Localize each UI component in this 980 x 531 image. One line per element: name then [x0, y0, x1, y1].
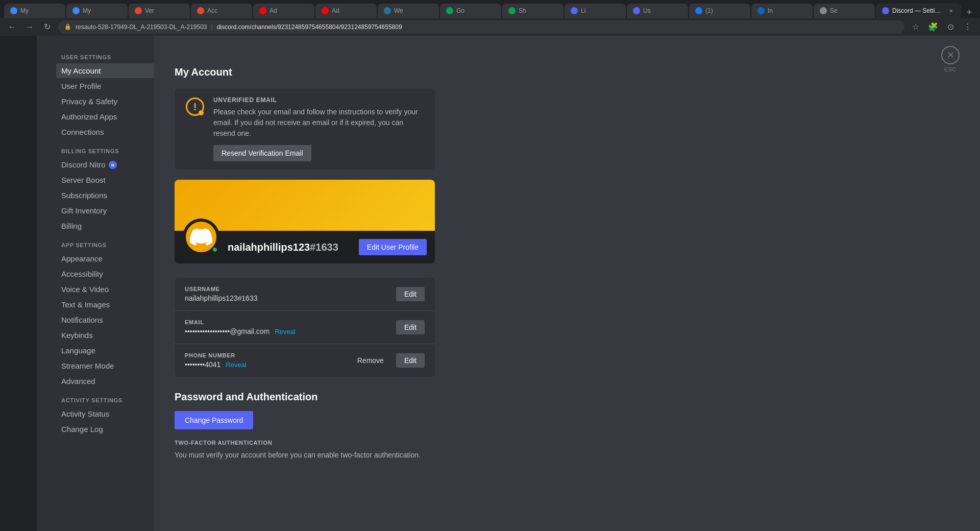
sidebar-item-billing[interactable]: Billing — [56, 219, 154, 233]
banner-description: Please check your email and follow the i… — [213, 107, 425, 139]
banner-title: UNVERIFIED EMAIL — [213, 96, 425, 104]
tab-12[interactable]: (1) — [689, 4, 750, 18]
tab-1[interactable]: My — [4, 4, 65, 18]
tab-9[interactable]: Sh — [502, 4, 564, 18]
email-field-label: EMAIL — [185, 319, 396, 325]
close-label: ESC — [944, 66, 957, 73]
sidebar-item-gift-inventory[interactable]: Gift Inventory — [56, 203, 154, 218]
sidebar-item-authorized-apps[interactable]: Authorized Apps — [56, 109, 154, 124]
close-button[interactable]: ✕ — [941, 46, 960, 64]
phone-edit-button[interactable]: Edit — [396, 353, 425, 368]
sidebar-item-streamer-mode[interactable]: Streamer Mode — [56, 358, 154, 373]
profile-discriminator: #1633 — [310, 242, 338, 253]
sidebar-item-accessibility[interactable]: Accessibility — [56, 267, 154, 281]
sidebar-item-my-account[interactable]: My Account — [56, 63, 154, 78]
discord-sidebar — [0, 36, 37, 531]
two-fa-label: TWO-FACTOR AUTHENTICATION — [175, 440, 960, 446]
svg-text:N: N — [111, 163, 114, 167]
online-status-dot — [211, 246, 218, 253]
edit-user-profile-button[interactable]: Edit User Profile — [359, 239, 427, 255]
settings-sidebar: USER SETTINGS My Account User Profile Pr… — [37, 36, 154, 531]
password-section: Password and Authentication Change Passw… — [175, 391, 960, 461]
email-field-actions: Edit — [396, 320, 425, 334]
browser-chrome: My My Ver Acc Ad Ad We Go — [0, 0, 980, 36]
tab-7[interactable]: We — [378, 4, 439, 18]
address-text: resauto-528-17949-DL_A-219503-DL_A-21950… — [76, 23, 207, 31]
nav-back[interactable]: ← — [6, 21, 18, 33]
profile-info-row: nailahphillips123#1633 Edit User Profile — [175, 231, 435, 263]
tab-6[interactable]: Ad — [315, 4, 377, 18]
tab-2[interactable]: My — [66, 4, 128, 18]
warning-icon: ! — [185, 96, 205, 117]
phone-field-actions: Remove Edit — [349, 353, 425, 368]
sidebar-item-voice-video[interactable]: Voice & Video — [56, 282, 154, 297]
tab-8[interactable]: Go — [440, 4, 501, 18]
phone-reveal-link[interactable]: Reveal — [226, 361, 246, 369]
tab-13[interactable]: In — [751, 4, 813, 18]
bookmark-icon[interactable]: ☆ — [910, 21, 922, 33]
email-edit-button[interactable]: Edit — [396, 320, 425, 334]
tab-14[interactable]: Se — [814, 4, 875, 18]
sidebar-item-change-log[interactable]: Change Log — [56, 422, 154, 437]
email-field-info: EMAIL ••••••••••••••••••@gmail.com Revea… — [185, 319, 396, 335]
sidebar-item-notifications[interactable]: Notifications — [56, 312, 154, 327]
username-field-row: USERNAME nailahphillips123#1633 Edit — [175, 278, 435, 311]
user-settings-label: USER SETTINGS — [56, 46, 154, 62]
settings-layout: USER SETTINGS My Account User Profile Pr… — [37, 36, 980, 531]
avatar-container — [183, 219, 219, 255]
tab-5[interactable]: Ad — [253, 4, 314, 18]
activity-settings-label: ACTIVITY SETTINGS — [56, 389, 154, 405]
sidebar-item-advanced[interactable]: Advanced — [56, 374, 154, 389]
tab-10[interactable]: Li — [565, 4, 626, 18]
sidebar-item-server-boost[interactable]: Server Boost — [56, 173, 154, 187]
resend-verification-button[interactable]: Resend Verification Email — [213, 145, 311, 161]
sidebar-item-connections[interactable]: Connections — [56, 125, 154, 139]
sidebar-item-activity-status[interactable]: Activity Status — [56, 406, 154, 421]
nav-refresh[interactable]: ↻ — [41, 21, 53, 33]
sidebar-item-text-images[interactable]: Text & Images — [56, 297, 154, 312]
username-field-label: USERNAME — [185, 286, 396, 292]
settings-main: ✕ ESC My Account ! UNVERIFIED EMAIL Plea… — [154, 36, 980, 531]
tab-11[interactable]: Us — [627, 4, 688, 18]
app-settings-label: APP SETTINGS — [56, 234, 154, 250]
profile-icon[interactable]: ⊙ — [944, 21, 957, 33]
sidebar-item-user-profile[interactable]: User Profile — [56, 79, 154, 93]
sidebar-item-discord-nitro[interactable]: Discord Nitro N — [56, 157, 154, 172]
sidebar-item-appearance[interactable]: Appearance — [56, 251, 154, 266]
username-field-actions: Edit — [396, 287, 425, 301]
close-btn-area: ✕ ESC — [941, 46, 960, 73]
email-reveal-link[interactable]: Reveal — [275, 328, 295, 335]
address-separator: | — [211, 23, 213, 31]
browser-toolbar: ← → ↻ 🔒 resauto-528-17949-DL_A-219503-DL… — [0, 18, 980, 36]
tab-3[interactable]: Ver — [129, 4, 190, 18]
billing-settings-label: BILLING SETTINGS — [56, 140, 154, 156]
new-tab-btn[interactable]: + — [962, 7, 976, 18]
extension-icon[interactable]: 🧩 — [927, 21, 939, 33]
tab-discord[interactable]: Discord — Settings ✕ — [876, 4, 961, 18]
phone-field-label: PHONE NUMBER — [185, 352, 349, 358]
password-section-title: Password and Authentication — [175, 391, 960, 403]
change-password-button[interactable]: Change Password — [175, 411, 253, 429]
profile-card: nailahphillips123#1633 Edit User Profile — [175, 180, 435, 263]
nitro-badge-icon: N — [109, 161, 117, 169]
sidebar-item-language[interactable]: Language — [56, 343, 154, 358]
phone-remove-button[interactable]: Remove — [349, 353, 392, 368]
email-field-row: EMAIL ••••••••••••••••••@gmail.com Revea… — [175, 311, 435, 344]
sidebar-item-subscriptions[interactable]: Subscriptions — [56, 188, 154, 203]
browser-tabs: My My Ver Acc Ad Ad We Go — [0, 0, 980, 18]
sidebar-item-keybinds[interactable]: Keybinds — [56, 328, 154, 343]
address-bar[interactable]: 🔒 resauto-528-17949-DL_A-219503-DL_A-219… — [58, 20, 904, 34]
username-edit-button[interactable]: Edit — [396, 287, 425, 301]
nav-forward[interactable]: → — [23, 21, 36, 33]
page-title: My Account — [175, 66, 960, 78]
app-layout: USER SETTINGS My Account User Profile Pr… — [0, 36, 980, 531]
phone-field-info: PHONE NUMBER ••••••••4041 Reveal — [185, 352, 349, 369]
username-field-value: nailahphillips123#1633 — [185, 294, 396, 302]
menu-icon[interactable]: ⋮ — [962, 21, 974, 33]
banner-content: UNVERIFIED EMAIL Please check your email… — [213, 96, 425, 161]
tab-4[interactable]: Acc — [191, 4, 252, 18]
sidebar-item-privacy-safety[interactable]: Privacy & Safety — [56, 94, 154, 109]
discord-logo-icon — [190, 226, 212, 248]
phone-field-row: PHONE NUMBER ••••••••4041 Reveal Remove … — [175, 344, 435, 377]
username-field-info: USERNAME nailahphillips123#1633 — [185, 286, 396, 302]
